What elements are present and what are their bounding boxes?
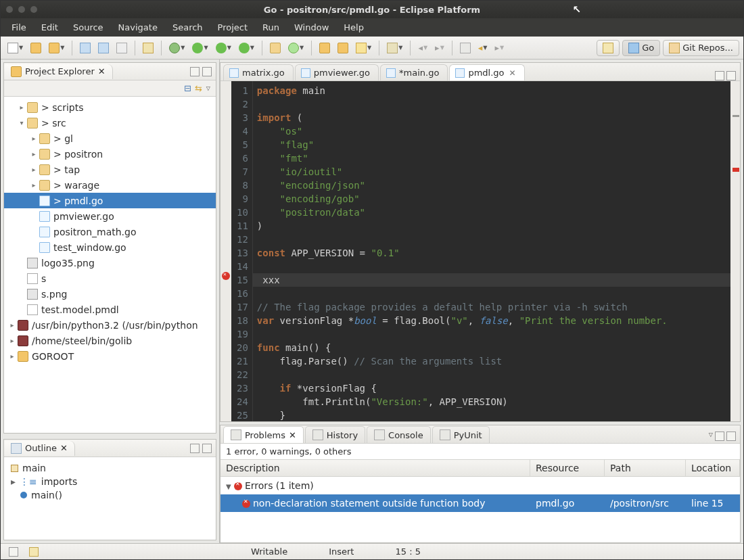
bottom-tab-problems[interactable]: Problems✕ (223, 426, 304, 443)
menu-navigate[interactable]: Navigate (112, 20, 164, 35)
build-button[interactable] (140, 41, 156, 55)
editor-tab[interactable]: pmdl.go✕ (449, 64, 524, 80)
tree-item[interactable]: > pmdl.go (4, 193, 216, 208)
menu-window[interactable]: Window (287, 20, 335, 35)
tree-item[interactable]: ▸> scripts (4, 99, 216, 115)
menubar: File Edit Source Navigate Search Project… (1, 18, 743, 37)
error-marker[interactable] (733, 168, 739, 172)
close-icon[interactable]: ✕ (289, 430, 296, 440)
maximize-icon[interactable] (726, 71, 736, 80)
problems-table-header[interactable]: Description Resource Path Location (220, 459, 740, 477)
minimize-icon[interactable] (190, 444, 200, 453)
close-icon[interactable]: ✕ (509, 68, 516, 78)
maximize-icon[interactable] (202, 67, 212, 76)
history-icon (312, 429, 323, 440)
tree-item[interactable]: test_window.go (4, 239, 216, 255)
back-button[interactable]: ◂▼ (475, 41, 490, 55)
git-perspective-button[interactable]: Git Repos... (663, 40, 739, 56)
editor-tab[interactable]: matrix.go (223, 64, 294, 80)
open-perspective-button[interactable] (597, 40, 620, 56)
run-last-button[interactable]: ▼ (213, 41, 234, 55)
link-editor-icon[interactable]: ⇆ (195, 83, 202, 93)
status-icon[interactable] (29, 547, 39, 557)
tree-item[interactable]: logo35.png (4, 255, 216, 271)
overview-ruler[interactable] (730, 81, 740, 421)
tree-item[interactable]: ▸> positron (4, 146, 216, 162)
minimize-icon[interactable] (715, 71, 724, 80)
outline-item[interactable]: main (11, 461, 209, 475)
package-icon (11, 465, 18, 472)
new-package-button[interactable] (267, 41, 283, 55)
debug-button[interactable]: ▼ (166, 41, 187, 55)
menu-file[interactable]: File (5, 20, 33, 35)
tree-item[interactable]: positron_math.go (4, 224, 216, 239)
menu-edit[interactable]: Edit (34, 20, 65, 35)
tree-item[interactable]: ▸> warage (4, 177, 216, 193)
menu-help[interactable]: Help (337, 20, 371, 35)
tree-item[interactable]: ▸GOROOT (4, 348, 216, 364)
outline-item[interactable]: main() (11, 488, 209, 502)
tree-item[interactable]: s (4, 271, 216, 286)
bottom-tab-console[interactable]: Console (367, 426, 431, 443)
tree-item[interactable]: ▸/usr/bin/python3.2 (/usr/bin/python (4, 317, 216, 333)
editor-tab[interactable]: *main.go (380, 64, 448, 80)
tree-item[interactable]: pmviewer.go (4, 208, 216, 224)
project-explorer-tab[interactable]: Project Explorer ✕ (4, 64, 113, 79)
problems-group-errors[interactable]: ▼Errors (1 item) (220, 477, 740, 494)
open-task-button[interactable] (335, 41, 351, 55)
project-explorer-title: Project Explorer (25, 66, 95, 76)
error-icon[interactable] (222, 272, 230, 280)
minimize-icon[interactable] (190, 67, 200, 76)
tree-item[interactable]: ▸> tap (4, 162, 216, 177)
project-tree[interactable]: ▸> scripts▾> src▸> gl▸> positron▸> tap▸>… (4, 97, 216, 433)
outline-body[interactable]: main ▸⋮≡imports main() (4, 457, 216, 540)
close-icon[interactable]: ✕ (98, 66, 106, 76)
forward-button[interactable]: ▸▼ (492, 41, 507, 55)
close-window-button[interactable] (6, 6, 13, 13)
run-button[interactable]: ▼ (189, 41, 210, 55)
view-menu-icon[interactable]: ▽ (709, 431, 713, 441)
function-icon (20, 492, 27, 498)
new-project-button[interactable] (28, 41, 44, 55)
menu-project[interactable]: Project (211, 20, 254, 35)
open-type-button[interactable] (317, 41, 333, 55)
new-type-button[interactable]: ▼ (285, 41, 306, 55)
close-icon[interactable]: ✕ (60, 443, 68, 453)
tree-item[interactable]: ▾> src (4, 115, 216, 131)
print-button[interactable] (114, 41, 130, 55)
menu-source[interactable]: Source (66, 20, 110, 35)
tree-item[interactable]: s.png (4, 286, 216, 302)
collapse-all-icon[interactable]: ⊟ (184, 83, 191, 93)
tree-item[interactable]: ▸> gl (4, 131, 216, 146)
nav-prev-button[interactable]: ◂▼ (415, 41, 430, 55)
menu-search[interactable]: Search (166, 20, 210, 35)
outline-item[interactable]: ▸⋮≡imports (11, 475, 209, 488)
pyunit-icon (440, 429, 450, 440)
menu-run[interactable]: Run (256, 20, 286, 35)
minimize-window-button[interactable] (18, 6, 25, 13)
pin-button[interactable] (457, 41, 473, 55)
external-tools-button[interactable]: ▼ (236, 41, 257, 55)
outline-tab[interactable]: Outline ✕ (4, 441, 75, 456)
maximize-icon[interactable] (202, 444, 212, 453)
save-button[interactable] (77, 41, 93, 55)
maximize-window-button[interactable] (30, 6, 37, 13)
go-perspective-button[interactable]: Go (622, 40, 660, 56)
maximize-icon[interactable] (726, 431, 736, 441)
nav-next-button[interactable]: ▸▼ (432, 41, 447, 55)
minimize-icon[interactable] (715, 431, 724, 441)
new-file-button[interactable]: ▼ (46, 41, 67, 55)
tree-item[interactable]: ▸/home/steel/bin/golib (4, 333, 216, 348)
problems-row[interactable]: non-declaration statement outside functi… (220, 494, 740, 512)
search-button[interactable]: ▼ (353, 41, 374, 55)
code-editor[interactable]: 1 2 3 4 5 6 7 8 9 10 11 12 13 14 15 16 1… (220, 81, 740, 421)
status-icon[interactable] (9, 547, 18, 557)
bottom-tab-pyunit[interactable]: PyUnit (432, 426, 490, 443)
tree-item[interactable]: test.model.pmdl (4, 302, 216, 317)
view-menu-icon[interactable]: ▽ (206, 85, 210, 91)
editor-tab[interactable]: pmviewer.go (295, 64, 379, 80)
bottom-tab-history[interactable]: History (305, 426, 365, 443)
new-button[interactable]: ▼ (5, 41, 26, 55)
save-all-button[interactable] (95, 41, 112, 55)
toggle-button[interactable]: ▼ (384, 41, 405, 55)
